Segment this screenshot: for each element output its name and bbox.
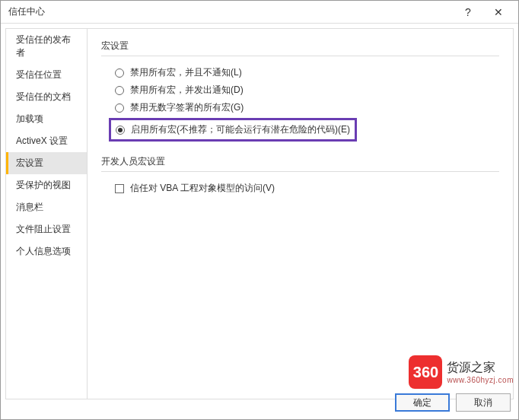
sidebar-item-addins[interactable]: 加载项 xyxy=(6,108,87,130)
checkbox-label: 信任对 VBA 工程对象模型的访问(V) xyxy=(130,182,275,195)
dialog-footer: 确定 取消 xyxy=(1,386,518,419)
content-pane: 宏设置 禁用所有宏，并且不通知(L) 禁用所有宏，并发出通知(D) 禁用无数字签… xyxy=(88,28,514,399)
section-title-dev: 开发人员宏设置 xyxy=(101,155,499,172)
radio-icon xyxy=(116,126,125,135)
ok-button[interactable]: 确定 xyxy=(395,393,450,412)
cancel-button[interactable]: 取消 xyxy=(456,393,511,412)
watermark-badge: 360 xyxy=(409,355,442,389)
radio-disable-with-notify[interactable]: 禁用所有宏，并发出通知(D) xyxy=(101,81,499,99)
section-title-macro: 宏设置 xyxy=(101,40,499,56)
sidebar-item-trusted-documents[interactable]: 受信任的文档 xyxy=(6,86,87,108)
radio-icon xyxy=(115,68,124,78)
radio-disable-no-notify[interactable]: 禁用所有宏，并且不通知(L) xyxy=(101,64,499,81)
sidebar: 受信任的发布者 受信任位置 受信任的文档 加载项 ActiveX 设置 宏设置 … xyxy=(5,28,88,399)
radio-icon xyxy=(115,103,124,113)
watermark-line2: www.360hyzj.com xyxy=(447,376,514,384)
watermark-text: 货源之家 www.360hyzj.com xyxy=(447,360,514,384)
radio-icon xyxy=(115,86,124,95)
sidebar-item-macro-settings[interactable]: 宏设置 xyxy=(6,152,87,174)
checkbox-trust-vba[interactable]: 信任对 VBA 工程对象模型的访问(V) xyxy=(101,180,499,197)
watermark-line1: 货源之家 xyxy=(447,360,514,376)
radio-label: 禁用所有宏，并且不通知(L) xyxy=(130,66,242,79)
sidebar-item-trusted-locations[interactable]: 受信任位置 xyxy=(6,64,87,86)
sidebar-item-trusted-publishers[interactable]: 受信任的发布者 xyxy=(6,29,87,64)
radio-enable-all-highlighted[interactable]: 启用所有宏(不推荐；可能会运行有潜在危险的代码)(E) xyxy=(109,118,357,142)
radio-label: 禁用无数字签署的所有宏(G) xyxy=(130,101,244,114)
radio-disable-unsigned[interactable]: 禁用无数字签署的所有宏(G) xyxy=(101,99,499,116)
checkbox-icon xyxy=(115,184,124,193)
watermark: 360 货源之家 www.360hyzj.com xyxy=(409,355,514,389)
window-title: 信任中心 xyxy=(8,5,453,18)
close-button[interactable]: ✕ xyxy=(483,2,514,23)
sidebar-item-file-block[interactable]: 文件阻止设置 xyxy=(6,218,87,240)
sidebar-item-message-bar[interactable]: 消息栏 xyxy=(6,196,87,218)
sidebar-item-privacy[interactable]: 个人信息选项 xyxy=(6,240,87,262)
radio-label: 禁用所有宏，并发出通知(D) xyxy=(130,84,244,97)
radio-label: 启用所有宏(不推荐；可能会运行有潜在危险的代码)(E) xyxy=(131,123,350,136)
sidebar-item-protected-view[interactable]: 受保护的视图 xyxy=(6,174,87,196)
titlebar: 信任中心 ? ✕ xyxy=(1,1,518,24)
trust-center-dialog: 信任中心 ? ✕ 受信任的发布者 受信任位置 受信任的文档 加载项 Active… xyxy=(0,0,519,420)
help-button[interactable]: ? xyxy=(453,2,483,23)
sidebar-item-activex[interactable]: ActiveX 设置 xyxy=(6,130,87,152)
